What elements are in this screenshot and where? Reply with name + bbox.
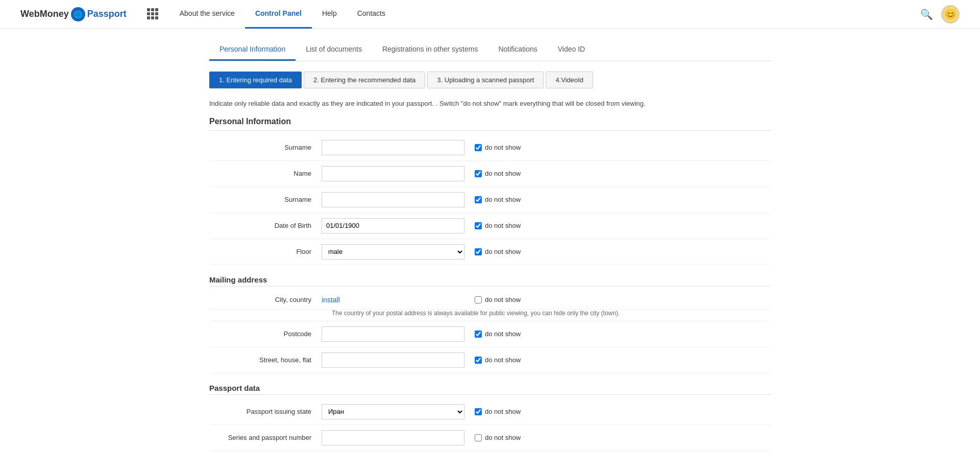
name-do-not-show: do not show	[475, 170, 521, 177]
logo[interactable]: WebMoney 🌐 Passport	[20, 7, 127, 21]
surname2-do-not-show-label: do not show	[485, 196, 521, 203]
floor-row: Floor male female do not show	[209, 239, 771, 265]
street-row: Street, house, flat do not show	[209, 347, 771, 373]
issuing-state-select[interactable]: Иран Россия США Германия	[322, 404, 464, 419]
surname2-row: Surname do not show	[209, 187, 771, 213]
city-country-row: City, country install do not show	[209, 291, 771, 310]
globe-icon: 🌐	[71, 7, 85, 21]
floor-select[interactable]: male female	[322, 244, 464, 260]
floor-checkbox[interactable]	[475, 248, 482, 255]
grid-menu-icon[interactable]	[147, 8, 159, 20]
floor-label: Floor	[209, 248, 322, 255]
issuing-state-row: Passport issuing state Иран Россия США Г…	[209, 399, 771, 425]
nav-about[interactable]: About the service	[169, 0, 245, 29]
mailing-address-heading: Mailing address	[209, 267, 771, 286]
nav-contacts[interactable]: Contacts	[347, 0, 396, 29]
nav-control-panel[interactable]: Control Panel	[245, 0, 312, 29]
header: WebMoney 🌐 Passport About the service Co…	[0, 0, 980, 29]
city-country-checkbox[interactable]	[475, 296, 482, 303]
surname2-input[interactable]	[322, 192, 464, 207]
dob-label: Date of Birth	[209, 222, 322, 229]
header-right: 🔍 😊	[920, 5, 960, 24]
surname1-input[interactable]	[322, 140, 464, 155]
logo-passport: Passport	[87, 9, 127, 19]
postcode-input[interactable]	[322, 326, 464, 342]
name-input[interactable]	[322, 166, 464, 181]
mailing-section: City, country install do not show The co…	[209, 286, 771, 373]
surname1-row: Surname do not show	[209, 135, 771, 161]
surname2-do-not-show: do not show	[475, 196, 521, 203]
postcode-checkbox[interactable]	[475, 331, 482, 338]
tab-registrations[interactable]: Registrations in other systems	[372, 39, 488, 61]
avatar[interactable]: 😊	[941, 5, 960, 24]
series-number-do-not-show: do not show	[475, 434, 521, 441]
tab-videoid[interactable]: Video ID	[548, 39, 595, 61]
surname2-checkbox[interactable]	[475, 196, 482, 203]
series-number-input[interactable]	[322, 430, 464, 445]
issuing-state-do-not-show-label: do not show	[485, 408, 521, 415]
dob-input[interactable]	[322, 218, 464, 233]
street-label: Street, house, flat	[209, 356, 322, 364]
tab-personal-information[interactable]: Personal Information	[209, 39, 296, 61]
series-number-row: Series and passport number do not show	[209, 425, 771, 451]
tab-bar: Personal Information List of documents R…	[209, 39, 771, 61]
series-number-label: Series and passport number	[209, 434, 322, 441]
street-do-not-show: do not show	[475, 356, 521, 364]
issuing-state-label: Passport issuing state	[209, 408, 322, 415]
logo-webmoney: WebMoney	[20, 9, 69, 19]
surname1-do-not-show-label: do not show	[485, 144, 521, 151]
postcode-do-not-show: do not show	[475, 330, 521, 338]
tab-list-of-documents[interactable]: List of documents	[296, 39, 372, 61]
dob-checkbox[interactable]	[475, 222, 482, 229]
passport-section: Passport issuing state Иран Россия США Г…	[209, 394, 771, 451]
series-number-do-not-show-label: do not show	[485, 434, 521, 441]
dob-do-not-show-label: do not show	[485, 222, 521, 229]
surname1-label: Surname	[209, 144, 322, 151]
tab-notifications[interactable]: Notifications	[488, 39, 547, 61]
dob-row: Date of Birth do not show	[209, 213, 771, 239]
street-checkbox[interactable]	[475, 357, 482, 364]
personal-info-heading: Personal Information	[209, 117, 771, 126]
postcode-label: Postcode	[209, 330, 322, 338]
search-icon[interactable]: 🔍	[920, 8, 933, 20]
install-link[interactable]: install	[322, 296, 464, 304]
name-do-not-show-label: do not show	[485, 170, 521, 177]
floor-do-not-show-label: do not show	[485, 248, 521, 255]
surname1-do-not-show: do not show	[475, 144, 521, 151]
name-row: Name do not show	[209, 161, 771, 187]
name-label: Name	[209, 170, 322, 177]
dob-do-not-show: do not show	[475, 222, 521, 229]
name-checkbox[interactable]	[475, 170, 482, 177]
step2-button[interactable]: 2. Entering the recommended data	[304, 72, 425, 88]
floor-do-not-show: do not show	[475, 248, 521, 255]
step4-button[interactable]: 4.VideoId	[546, 72, 593, 88]
street-do-not-show-label: do not show	[485, 356, 521, 364]
city-country-do-not-show-label: do not show	[485, 296, 521, 303]
main-nav: About the service Control Panel Help Con…	[169, 0, 920, 29]
postcode-row: Postcode do not show	[209, 321, 771, 347]
issuing-state-checkbox[interactable]	[475, 408, 482, 415]
postcode-do-not-show-label: do not show	[485, 330, 521, 338]
city-country-label: City, country	[209, 296, 322, 303]
street-input[interactable]	[322, 353, 464, 368]
main-content: Personal Information List of documents R…	[189, 29, 791, 463]
city-country-do-not-show: do not show	[475, 296, 521, 303]
city-note: The country of your postal address is al…	[332, 310, 771, 321]
personal-info-section: Surname do not show Name do not show Sur…	[209, 130, 771, 265]
steps-bar: 1. Entering required data 2. Entering th…	[209, 72, 771, 88]
step1-button[interactable]: 1. Entering required data	[209, 72, 302, 88]
issuing-state-do-not-show: do not show	[475, 408, 521, 415]
instructions-text: Indicate only reliable data and exactly …	[209, 99, 771, 109]
city-country-row-wrapper: City, country install do not show The co…	[209, 291, 771, 321]
surname1-checkbox[interactable]	[475, 144, 482, 151]
series-number-checkbox[interactable]	[475, 434, 482, 441]
passport-data-heading: Passport data	[209, 375, 771, 394]
surname2-label: Surname	[209, 196, 322, 203]
step3-button[interactable]: 3. Uploading a scanned passport	[427, 72, 544, 88]
nav-help[interactable]: Help	[312, 0, 347, 29]
